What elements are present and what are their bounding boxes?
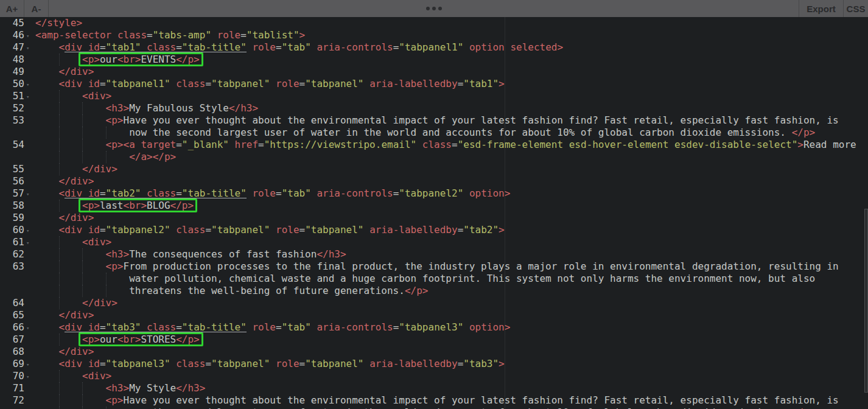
code-line[interactable]: threatens the well-being of future gener… <box>0 285 868 297</box>
code-token: aria-labelledby <box>369 224 458 236</box>
code-token: </p> <box>405 285 429 296</box>
code-text: water pollution, chemical waste and a hu… <box>35 273 815 285</box>
code-line[interactable]: </a></p> <box>0 151 868 163</box>
fold-arrow-icon[interactable]: ▾ <box>26 371 29 383</box>
code-line[interactable]: 51▾ <div> <box>0 90 868 102</box>
code-line[interactable]: 54 <p><a target="_blank" href="https://v… <box>0 139 868 151</box>
code-token <box>35 236 82 248</box>
vertical-scrollbar-thumb[interactable] <box>864 209 868 393</box>
fold-arrow-icon[interactable]: ▾ <box>26 30 29 42</box>
code-token <box>364 358 370 369</box>
code-token: My Style <box>129 382 176 394</box>
export-button[interactable]: Export <box>799 0 843 17</box>
code-line[interactable]: 72 <p>Have you ever thought about the en… <box>0 394 868 407</box>
code-line[interactable]: 61▾ <div> <box>0 236 868 248</box>
code-token: <amp-selector <box>35 29 111 41</box>
code-token <box>35 370 82 382</box>
code-line[interactable]: 58 <p>last<br>BLOG</p> <box>0 200 868 212</box>
code-line[interactable]: 65 </div> <box>0 309 868 321</box>
code-token: = <box>276 41 282 53</box>
code-line[interactable]: 60▾ <div id="tabpanel2" class="tabpanel"… <box>0 224 868 236</box>
code-line[interactable]: now the second largest user of water in … <box>0 407 868 409</box>
code-line[interactable]: 59 </div> <box>0 212 868 224</box>
code-line[interactable]: now the second largest user of water in … <box>0 127 868 139</box>
line-number: 65 <box>0 309 24 321</box>
code-token: = <box>458 358 464 369</box>
code-token: = <box>393 187 399 199</box>
code-line[interactable]: 57▾ <div id="tab2" class="tab-title" rol… <box>0 187 868 200</box>
code-token: our <box>100 334 117 345</box>
code-token <box>35 297 82 309</box>
code-text: </div> <box>35 212 94 224</box>
code-editor[interactable]: 45</style>46▾<amp-selector class="tabs-a… <box>0 17 868 409</box>
code-line[interactable]: 53 <p>Have you ever thought about the en… <box>0 114 868 127</box>
code-line[interactable]: 45</style> <box>0 17 868 29</box>
code-token: "tab" <box>282 41 311 53</box>
font-increase-button[interactable]: A+ <box>0 0 24 17</box>
code-line[interactable]: 69▾ <div id="tabpanel3" class="tabpanel"… <box>0 358 868 370</box>
code-line[interactable]: 55 </div> <box>0 163 868 175</box>
code-token: option> <box>469 321 510 333</box>
code-line[interactable]: 64 </div> <box>0 297 868 309</box>
font-decrease-button[interactable]: A- <box>24 0 49 17</box>
code-token: <h3> <box>106 382 130 394</box>
fold-arrow-icon[interactable]: ▾ <box>26 225 29 237</box>
code-token: option> <box>469 187 510 199</box>
code-token: class <box>176 358 205 369</box>
line-number: 54 <box>0 139 24 151</box>
code-text: <p>last<br>BLOG</p> <box>35 200 194 212</box>
code-token: "tabpanel" <box>305 224 363 236</box>
code-line[interactable]: 67 <p>our<br>STORES</p> <box>0 334 868 346</box>
code-token: The consequences of fast fashion <box>129 248 317 260</box>
fold-arrow-icon[interactable]: ▾ <box>26 79 29 91</box>
fold-arrow-icon[interactable]: ▾ <box>26 358 29 371</box>
code-token: = <box>458 224 464 236</box>
code-token: "esd-frame-element esd-hover-element esd… <box>458 139 798 150</box>
code-token: aria-controls <box>317 187 393 199</box>
code-line[interactable]: 66▾ <div id="tab3" class="tab-title" rol… <box>0 321 868 334</box>
code-token <box>135 139 141 150</box>
code-text: <p>From production processes to the fina… <box>35 260 839 273</box>
css-button[interactable]: CSS <box>843 0 868 17</box>
code-text: </div> <box>35 66 94 78</box>
code-token <box>35 187 59 199</box>
code-text: <div> <box>35 90 111 102</box>
code-token: Read more <box>803 139 856 150</box>
code-token: = <box>176 139 182 150</box>
code-token: > <box>499 358 505 369</box>
ellipsis-icon <box>426 7 430 10</box>
fold-arrow-icon[interactable]: ▾ <box>26 42 29 54</box>
code-line[interactable]: 52 <h3>My Fabulous Style</h3> <box>0 102 868 114</box>
line-number: 57 <box>0 187 24 200</box>
fold-arrow-icon[interactable]: ▾ <box>26 322 29 334</box>
code-token: <div> <box>82 236 111 248</box>
fold-arrow-icon[interactable]: ▾ <box>26 91 29 103</box>
code-line[interactable]: 71 <h3>My Style</h3> <box>0 382 868 394</box>
code-token <box>311 321 317 333</box>
overflow-menu-button[interactable] <box>426 0 442 17</box>
code-token: <div <box>59 358 83 369</box>
code-token: = <box>205 78 211 89</box>
code-line[interactable]: water pollution, chemical waste and a hu… <box>0 273 868 285</box>
code-line[interactable]: 50▾ <div id="tabpanel1" class="tabpanel"… <box>0 78 868 90</box>
code-token: aria-controls <box>317 41 393 53</box>
code-token: = <box>240 29 247 41</box>
code-line[interactable]: 49 </div> <box>0 66 868 78</box>
code-line[interactable]: 68 </div> <box>0 346 868 358</box>
fold-arrow-icon[interactable]: ▾ <box>26 237 29 249</box>
code-text: </div> <box>35 309 94 321</box>
code-token: last <box>100 200 124 211</box>
line-number: 47 <box>0 41 24 54</box>
code-token: role <box>276 224 299 236</box>
code-line[interactable]: 48 <p>our<br>EVENTS</p> <box>0 54 868 66</box>
code-line[interactable]: 70▾ <div> <box>0 370 868 382</box>
code-line[interactable]: 46▾<amp-selector class="tabs-amp" role="… <box>0 29 868 41</box>
code-token <box>35 151 129 163</box>
code-line[interactable]: 63 <p>From production processes to the f… <box>0 260 868 273</box>
code-text: <div id="tabpanel3" class="tabpanel" rol… <box>35 358 505 370</box>
fold-arrow-icon[interactable]: ▾ <box>26 188 29 200</box>
code-line[interactable]: 62 <h3>The consequences of fast fashion<… <box>0 248 868 260</box>
code-line[interactable]: 56 </div> <box>0 175 868 187</box>
code-line[interactable]: 47▾ <div id="tab1" class="tab-title" rol… <box>0 41 868 54</box>
code-text: <p>our<br>EVENTS</p> <box>35 54 200 66</box>
